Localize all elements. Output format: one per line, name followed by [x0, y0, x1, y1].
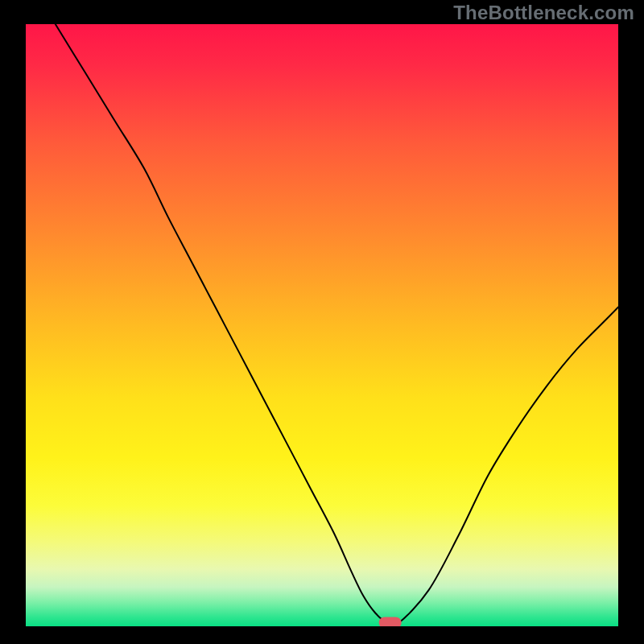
optimum-dot	[379, 617, 402, 626]
chart-container	[26, 24, 618, 626]
gradient-background	[26, 24, 618, 626]
watermark-text: TheBottleneck.com	[453, 2, 634, 24]
bottleneck-chart	[26, 24, 618, 626]
